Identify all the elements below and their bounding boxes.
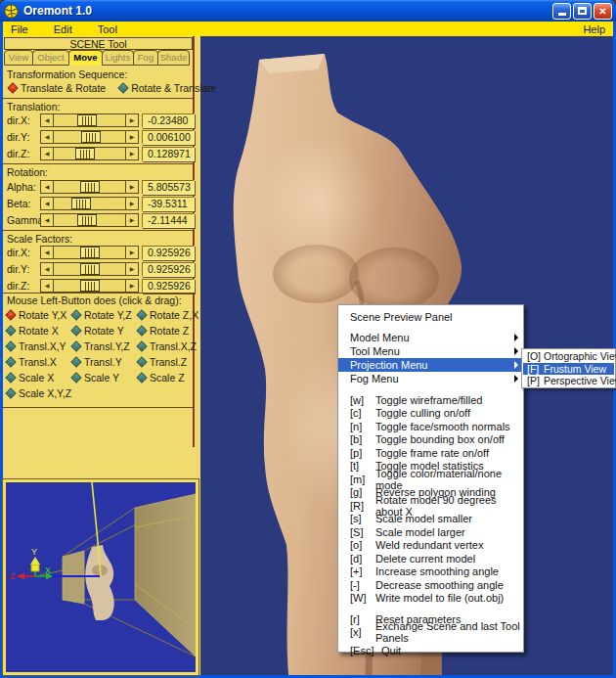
- close-button[interactable]: ✕: [594, 3, 612, 20]
- tab-lights[interactable]: Lights: [102, 50, 134, 66]
- menu-item-delete-model[interactable]: [d]Delete current model: [338, 552, 523, 565]
- slider-right-arrow-icon[interactable]: ▶: [125, 263, 138, 275]
- slider-right-arrow-icon[interactable]: ▶: [125, 247, 138, 258]
- mode-rotate-yz[interactable]: Rotate Y,Z: [72, 307, 138, 323]
- submenu-item-ortographic[interactable]: [O]Ortographic View: [523, 350, 614, 363]
- menu-help[interactable]: Help: [583, 23, 605, 35]
- rotation-beta-value[interactable]: -39.5311: [142, 197, 195, 211]
- menu-item-wireframe[interactable]: [w]Toggle wireframe/filled: [338, 393, 523, 407]
- menu-item-write-model[interactable]: [W]Write model to file (out.obj): [338, 592, 523, 606]
- radio-rotate-translate[interactable]: Rotate & Translate: [119, 82, 216, 94]
- mode-rotate-x[interactable]: Rotate X: [7, 323, 72, 339]
- menu-item-culling[interactable]: [c]Toggle culling on/off: [338, 407, 523, 421]
- menu-item-normals[interactable]: [n]Toggle face/smooth normals: [338, 420, 523, 433]
- slider-left-arrow-icon[interactable]: ◀: [41, 280, 54, 292]
- slider-thumb[interactable]: [77, 214, 97, 226]
- rotation-gamma-value[interactable]: -2.11444: [142, 213, 195, 228]
- slider-right-arrow-icon[interactable]: ▶: [125, 148, 138, 159]
- menu-item-tool-menu[interactable]: Tool Menu: [338, 344, 523, 358]
- translation-z-value[interactable]: 0.128971: [142, 147, 195, 161]
- mode-transl-yz[interactable]: Transl.Y,Z: [72, 339, 138, 354]
- mode-rotate-zx[interactable]: Rotate Z,X: [138, 307, 198, 323]
- tab-shade[interactable]: Shade: [157, 50, 190, 66]
- translation-z-slider[interactable]: ◀ ▶: [40, 147, 139, 160]
- minimize-button[interactable]: [552, 3, 571, 20]
- mode-scale-z[interactable]: Scale Z: [138, 370, 198, 385]
- menu-item-weld-vertex[interactable]: [o]Weld redundant vertex: [338, 539, 523, 553]
- translation-y-value[interactable]: 0.006100: [142, 130, 195, 145]
- menu-item-projection-menu[interactable]: Projection Menu: [338, 358, 523, 372]
- slider-left-arrow-icon[interactable]: ◀: [41, 247, 54, 258]
- slider-right-arrow-icon[interactable]: ▶: [125, 131, 138, 143]
- scale-z-slider[interactable]: ◀ ▶: [40, 279, 139, 293]
- tab-fog[interactable]: Fog: [133, 50, 158, 66]
- rotation-alpha-slider[interactable]: ◀ ▶: [40, 180, 139, 194]
- tab-move[interactable]: Move: [68, 50, 103, 66]
- slider-right-arrow-icon[interactable]: ▶: [125, 214, 138, 226]
- slider-right-arrow-icon[interactable]: ▶: [125, 198, 138, 209]
- scale-y-value[interactable]: 0.925926: [142, 262, 195, 277]
- submenu-item-frustum[interactable]: [F]Frustum View: [523, 363, 614, 376]
- submenu-item-perspective[interactable]: [P]Perspective View: [523, 375, 614, 387]
- mode-transl-xy[interactable]: Transl.X,Y: [7, 339, 72, 354]
- slider-thumb[interactable]: [77, 114, 97, 126]
- scale-z-value[interactable]: 0.925926: [142, 279, 195, 294]
- radio-translate-rotate[interactable]: Translate & Rotate: [9, 82, 106, 94]
- mode-rotate-z[interactable]: Rotate Z: [138, 323, 198, 339]
- slider-thumb[interactable]: [80, 247, 100, 258]
- mode-scale-xyz[interactable]: Scale X,Y,Z: [7, 385, 72, 401]
- rotation-gamma-slider[interactable]: ◀ ▶: [40, 213, 139, 227]
- slider-left-arrow-icon[interactable]: ◀: [41, 131, 54, 143]
- rotation-beta-slider[interactable]: ◀ ▶: [40, 197, 139, 210]
- scale-x-slider[interactable]: ◀ ▶: [40, 246, 139, 259]
- menu-item-exchange-panels[interactable]: [x]Exchange Scene and last Tool Panels: [338, 626, 523, 640]
- scale-x-value[interactable]: 0.925926: [142, 246, 195, 260]
- tab-view[interactable]: View: [4, 50, 33, 66]
- menu-item-model-menu[interactable]: Model Menu: [338, 331, 523, 344]
- mode-rotate-yx[interactable]: Rotate Y,X: [7, 307, 72, 323]
- titlebar[interactable]: Oremont 1.0 ✕: [0, 0, 616, 22]
- translation-x-value[interactable]: -0.23480: [142, 113, 195, 128]
- menu-item-fog-menu[interactable]: Fog Menu: [338, 372, 523, 385]
- tab-object[interactable]: Object: [32, 50, 69, 66]
- mode-transl-y[interactable]: Transl.Y: [72, 354, 138, 370]
- menu-item-color-mode[interactable]: [m]Toggle color/material/none mode: [338, 473, 523, 486]
- slider-right-arrow-icon[interactable]: ▶: [125, 181, 138, 193]
- menu-item-decrease-smoothing[interactable]: [-]Decrease smoothing angle: [338, 578, 523, 592]
- slider-left-arrow-icon[interactable]: ◀: [41, 198, 54, 209]
- slider-left-arrow-icon[interactable]: ◀: [41, 214, 54, 226]
- slider-thumb[interactable]: [80, 181, 100, 193]
- slider-left-arrow-icon[interactable]: ◀: [41, 181, 54, 193]
- menu-item-quit[interactable]: [Esc]Quit: [338, 644, 523, 657]
- mode-transl-x[interactable]: Transl.X: [7, 354, 72, 370]
- slider-thumb[interactable]: [71, 198, 91, 209]
- slider-left-arrow-icon[interactable]: ◀: [41, 148, 54, 159]
- scene-preview-panel[interactable]: Z X Y: [3, 479, 198, 675]
- menu-item-increase-smoothing[interactable]: [+]Increase smoothing angle: [338, 565, 523, 579]
- menu-file[interactable]: File: [11, 23, 28, 35]
- slider-thumb[interactable]: [80, 263, 100, 275]
- menu-item-bounding-box[interactable]: [b]Toggle bounding box on/off: [338, 433, 523, 447]
- slider-left-arrow-icon[interactable]: ◀: [41, 114, 54, 126]
- menu-item-rotate-90[interactable]: [R]Rotate model 90 degrees about X: [338, 499, 523, 513]
- scale-y-slider[interactable]: ◀ ▶: [40, 262, 139, 276]
- mode-transl-z[interactable]: Transl.Z: [138, 354, 198, 370]
- translation-y-slider[interactable]: ◀ ▶: [40, 130, 139, 144]
- mode-scale-x[interactable]: Scale X: [7, 370, 72, 385]
- mode-rotate-y[interactable]: Rotate Y: [72, 323, 138, 339]
- rotation-alpha-value[interactable]: 5.805573: [142, 180, 195, 195]
- slider-left-arrow-icon[interactable]: ◀: [41, 263, 54, 275]
- mode-transl-xz[interactable]: Transl.X,Z: [138, 339, 198, 354]
- slider-thumb[interactable]: [80, 280, 100, 292]
- slider-thumb[interactable]: [75, 148, 95, 159]
- menu-edit[interactable]: Edit: [54, 23, 72, 35]
- translation-x-slider[interactable]: ◀ ▶: [40, 113, 139, 127]
- mode-scale-y[interactable]: Scale Y: [72, 370, 138, 385]
- menu-tool[interactable]: Tool: [98, 23, 117, 35]
- slider-thumb[interactable]: [81, 131, 101, 143]
- maximize-button[interactable]: [573, 3, 592, 20]
- menu-item-frame-rate[interactable]: [p]Toggle frame rate on/off: [338, 446, 523, 460]
- slider-right-arrow-icon[interactable]: ▶: [125, 280, 138, 292]
- menu-item-scale-larger[interactable]: [S]Scale model larger: [338, 525, 523, 539]
- slider-right-arrow-icon[interactable]: ▶: [125, 114, 138, 126]
